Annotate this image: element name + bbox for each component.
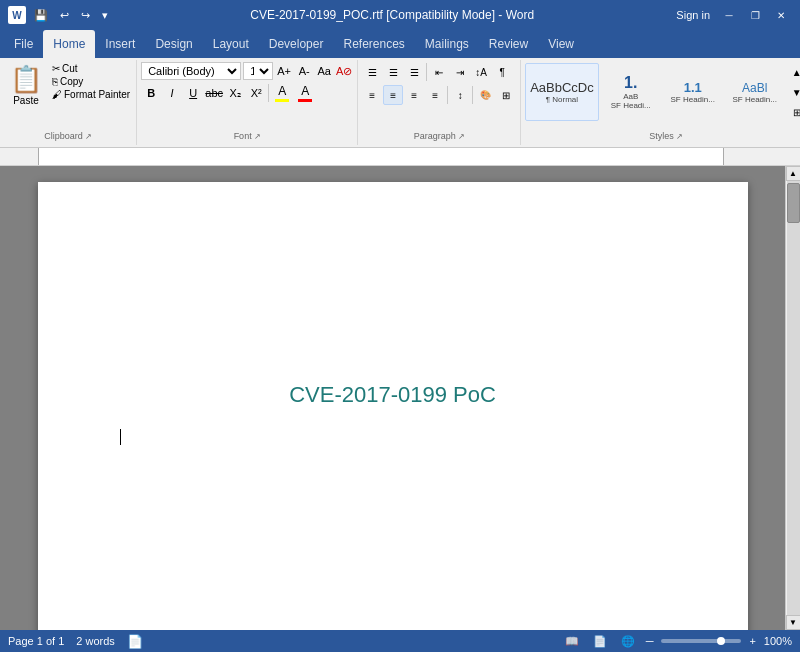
sep2 xyxy=(426,63,427,81)
tab-mailings[interactable]: Mailings xyxy=(415,30,479,58)
zoom-minus-button[interactable]: ─ xyxy=(646,635,654,647)
sep1 xyxy=(268,84,269,102)
cut-button[interactable]: ✂ Cut xyxy=(50,62,132,75)
align-center-button[interactable]: ≡ xyxy=(383,85,403,105)
borders-button[interactable]: ⊞ xyxy=(496,85,516,105)
underline-button[interactable]: U xyxy=(183,83,203,103)
justify-button[interactable]: ≡ xyxy=(425,85,445,105)
read-mode-button[interactable]: 📖 xyxy=(562,634,582,649)
copy-button[interactable]: ⎘ Copy xyxy=(50,75,132,88)
zoom-slider[interactable] xyxy=(661,639,741,643)
italic-button[interactable]: I xyxy=(162,83,182,103)
styles-scroll-down[interactable]: ▼ xyxy=(787,82,800,102)
normal-label: ¶ Normal xyxy=(546,95,578,104)
tab-layout[interactable]: Layout xyxy=(203,30,259,58)
styles-expand[interactable]: ⊞ xyxy=(787,102,800,122)
increase-indent-button[interactable]: ⇥ xyxy=(450,62,470,82)
tab-developer[interactable]: Developer xyxy=(259,30,334,58)
clipboard-label: Clipboard ↗ xyxy=(4,129,132,143)
tab-file[interactable]: File xyxy=(4,30,43,58)
format-painter-icon: 🖌 xyxy=(52,89,62,100)
strikethrough-button[interactable]: abc xyxy=(204,83,224,103)
paragraph-expand-icon[interactable]: ↗ xyxy=(458,132,465,141)
signin-button[interactable]: Sign in xyxy=(672,7,714,23)
font-format-row: B I U abc X₂ X² A A xyxy=(141,83,316,103)
font-grow-button[interactable]: A+ xyxy=(275,62,293,80)
quick-customize-button[interactable]: ▾ xyxy=(98,7,112,24)
tab-insert[interactable]: Insert xyxy=(95,30,145,58)
font-color-icon: A xyxy=(301,84,309,98)
scroll-down-button[interactable]: ▼ xyxy=(786,615,801,630)
paste-label: Paste xyxy=(13,95,39,106)
show-marks-button[interactable]: ¶ xyxy=(492,62,512,82)
style-normal[interactable]: AaBbCcDc ¶ Normal xyxy=(525,63,599,121)
minimize-button[interactable]: ─ xyxy=(718,4,740,26)
title-left: W 💾 ↩ ↪ ▾ xyxy=(8,6,112,24)
bold-button[interactable]: B xyxy=(141,83,161,103)
tab-references[interactable]: References xyxy=(333,30,414,58)
paste-button[interactable]: 📋 Paste xyxy=(4,62,48,108)
font-expand-icon[interactable]: ↗ xyxy=(254,132,261,141)
tab-design[interactable]: Design xyxy=(145,30,202,58)
title-right: Sign in ─ ❐ ✕ xyxy=(672,4,792,26)
web-layout-button[interactable]: 🌐 xyxy=(618,634,638,649)
scroll-track[interactable] xyxy=(787,181,800,615)
format-painter-button[interactable]: 🖌 Format Painter xyxy=(50,88,132,101)
highlight-color-button[interactable]: A xyxy=(271,84,293,102)
font-shrink-button[interactable]: A- xyxy=(295,62,313,80)
subscript-button[interactable]: X₂ xyxy=(225,83,245,103)
font-size-select[interactable]: 11 xyxy=(243,62,273,80)
superscript-button[interactable]: X² xyxy=(246,83,266,103)
styles-scroll-up[interactable]: ▲ xyxy=(787,62,800,82)
styles-expand-icon[interactable]: ↗ xyxy=(676,132,683,141)
paragraph-group: ☰ ☰ ☰ ⇤ ⇥ ↕A ¶ ≡ ≡ ≡ ≡ ↕ 🎨 ⊞ Pa xyxy=(358,60,521,145)
font-color-bar xyxy=(298,99,312,102)
style-heading1[interactable]: 1. AaB SF Headi... xyxy=(601,63,661,121)
clear-format-button[interactable]: A⊘ xyxy=(335,62,353,80)
vertical-scrollbar[interactable]: ▲ ▼ xyxy=(785,166,800,630)
tab-home[interactable]: Home xyxy=(43,30,95,58)
proofing-icon[interactable]: 📄 xyxy=(127,634,143,649)
font-name-row: Calibri (Body) 11 A+ A- Aa A⊘ xyxy=(141,62,353,80)
font-color-button[interactable]: A xyxy=(294,84,316,102)
numbering-button[interactable]: ☰ xyxy=(383,62,403,82)
quick-undo-button[interactable]: ↩ xyxy=(56,7,73,24)
restore-button[interactable]: ❐ xyxy=(744,4,766,26)
line-spacing-button[interactable]: ↕ xyxy=(450,85,470,105)
decrease-indent-button[interactable]: ⇤ xyxy=(429,62,449,82)
multilevel-button[interactable]: ☰ xyxy=(404,62,424,82)
status-bar: Page 1 of 1 2 words 📄 📖 📄 🌐 ─ + 100% xyxy=(0,630,800,652)
para-row1: ☰ ☰ ☰ ⇤ ⇥ ↕A ¶ xyxy=(362,62,512,82)
font-content: Calibri (Body) 11 A+ A- Aa A⊘ B I U abc … xyxy=(141,62,353,129)
clipboard-expand-icon[interactable]: ↗ xyxy=(85,132,92,141)
page-container[interactable]: CVE-2017-0199 PoC xyxy=(0,166,785,630)
scroll-thumb[interactable] xyxy=(787,183,800,223)
close-button[interactable]: ✕ xyxy=(770,4,792,26)
tab-view[interactable]: View xyxy=(538,30,584,58)
scroll-up-button[interactable]: ▲ xyxy=(786,166,801,181)
text-cursor xyxy=(120,429,121,445)
cursor-line xyxy=(118,428,668,446)
change-case-button[interactable]: Aa xyxy=(315,62,333,80)
quick-redo-button[interactable]: ↪ xyxy=(77,7,94,24)
copy-icon: ⎘ xyxy=(52,76,58,87)
zoom-plus-button[interactable]: + xyxy=(749,635,755,647)
shading-button[interactable]: 🎨 xyxy=(475,85,495,105)
highlight-icon: A xyxy=(278,84,286,98)
sep3 xyxy=(447,86,448,104)
bullets-button[interactable]: ☰ xyxy=(362,62,382,82)
styles-label: Styles ↗ xyxy=(525,129,800,143)
style-heading2[interactable]: 1.1 SF Headin... xyxy=(663,63,723,121)
h2-preview: 1.1 xyxy=(684,80,702,95)
styles-gallery: AaBbCcDc ¶ Normal 1. AaB SF Headi... 1.1… xyxy=(525,62,785,122)
h1-label: AaB xyxy=(623,92,638,101)
font-name-select[interactable]: Calibri (Body) xyxy=(141,62,241,80)
h3-preview: AaBl xyxy=(742,81,767,95)
quick-save-button[interactable]: 💾 xyxy=(30,7,52,24)
tab-review[interactable]: Review xyxy=(479,30,538,58)
align-left-button[interactable]: ≡ xyxy=(362,85,382,105)
sort-button[interactable]: ↕A xyxy=(471,62,491,82)
print-layout-button[interactable]: 📄 xyxy=(590,634,610,649)
style-heading3[interactable]: AaBl SF Headin... xyxy=(725,63,785,121)
align-right-button[interactable]: ≡ xyxy=(404,85,424,105)
